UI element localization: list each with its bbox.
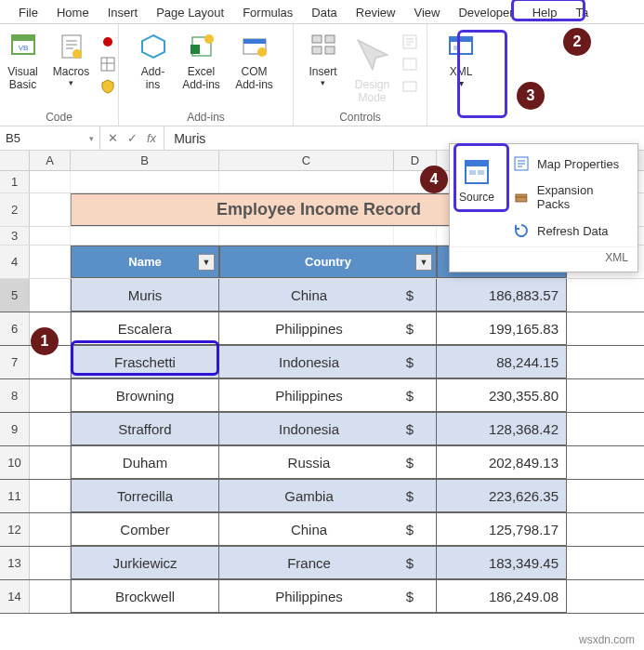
svg-point-5 (103, 37, 112, 46)
addins-button[interactable]: Add- ins (131, 28, 176, 92)
macros-button[interactable]: Macros▾ (49, 28, 94, 88)
cell-name[interactable]: Muris (71, 279, 219, 312)
tab-data[interactable]: Data (302, 2, 346, 23)
row-header[interactable]: 9 (0, 413, 30, 445)
col-a[interactable]: A (30, 151, 71, 170)
cell-income[interactable]: 223,626.35 (437, 480, 567, 512)
relative-ref-button[interactable] (98, 54, 118, 74)
row-header[interactable]: 7 (0, 346, 30, 378)
cell-income[interactable]: 199,165.83 (437, 312, 567, 345)
cancel-icon[interactable]: ✕ (108, 131, 118, 145)
svg-rect-29 (516, 194, 527, 202)
row-header-3[interactable]: 3 (0, 227, 30, 245)
cell-income[interactable]: 125,798.17 (437, 513, 567, 546)
svg-text:VB: VB (18, 44, 28, 52)
xml-button[interactable]: XML ▾ (437, 28, 485, 89)
table-row: 13JurkiewiczFrance$183,349.45 (0, 547, 644, 580)
cell-country-cur[interactable]: Philippines$ (219, 580, 437, 613)
cell-name[interactable]: Strafford (71, 413, 219, 445)
select-all-corner[interactable] (0, 151, 30, 170)
macro-security-button[interactable] (98, 76, 118, 97)
row-header-2[interactable]: 2 (0, 193, 30, 226)
cell-income[interactable]: 186,883.57 (437, 279, 567, 312)
cell-income[interactable]: 230,355.80 (437, 379, 567, 412)
cell-name[interactable]: Comber (71, 513, 219, 546)
row-header[interactable]: 11 (0, 480, 30, 512)
col-b[interactable]: B (71, 151, 219, 170)
cell-country-cur[interactable]: France$ (219, 547, 437, 579)
name-box[interactable]: B5▾ (0, 126, 100, 150)
svg-rect-23 (453, 46, 459, 50)
header-country[interactable]: Country ▼ (219, 245, 437, 278)
row-header[interactable]: 8 (0, 379, 30, 412)
row-header[interactable]: 6 (0, 312, 30, 345)
map-properties-item[interactable]: Map Properties (507, 152, 634, 176)
cell-name[interactable]: Duham (71, 446, 219, 479)
row-header[interactable]: 10 (0, 446, 30, 479)
insert-control-button[interactable]: Insert▾ (301, 28, 346, 88)
design-mode-icon (349, 32, 396, 78)
tab-overflow[interactable]: Ta (566, 2, 598, 23)
row-header[interactable]: 5 (0, 279, 30, 312)
tab-formulas[interactable]: Formulas (233, 2, 302, 23)
dialog-icon (401, 78, 418, 95)
cell-name[interactable]: Browning (71, 379, 219, 412)
xml-source-button[interactable]: Source (454, 153, 499, 204)
cell-country-cur[interactable]: Indonesia$ (219, 413, 437, 445)
cell-country-cur[interactable]: China$ (219, 513, 437, 546)
cell-name[interactable]: Torrecilla (71, 480, 219, 512)
design-mode-button[interactable]: Design Mode (349, 28, 396, 104)
row-header[interactable]: 12 (0, 513, 30, 546)
tab-help[interactable]: Help (523, 2, 567, 23)
excel-addins-button[interactable]: Excel Add-ins (179, 28, 224, 92)
cell-income[interactable]: 183,349.45 (437, 547, 567, 579)
cell-country-cur[interactable]: Gambia$ (219, 480, 437, 512)
expansion-packs-item[interactable]: Expansion Packs (507, 179, 634, 215)
tab-review[interactable]: Review (347, 2, 405, 23)
view-code-button[interactable] (400, 54, 420, 74)
svg-point-13 (257, 47, 267, 57)
col-c[interactable]: C (219, 151, 394, 170)
cell-country-cur[interactable]: Indonesia$ (219, 346, 437, 378)
com-addins-icon (240, 32, 269, 61)
tab-insert[interactable]: Insert (99, 2, 148, 23)
cell-name[interactable]: Escalera (71, 312, 219, 345)
visual-basic-button[interactable]: VB Visual Basic (1, 28, 46, 92)
svg-rect-6 (101, 58, 114, 71)
cell-country-cur[interactable]: Russia$ (219, 446, 437, 479)
tab-page-layout[interactable]: Page Layout (147, 2, 233, 23)
row-header[interactable]: 13 (0, 547, 30, 579)
cell-country-cur[interactable]: China$ (219, 279, 437, 312)
row-header-1[interactable]: 1 (0, 171, 30, 192)
cell-country-cur[interactable]: Philippines$ (219, 312, 437, 345)
cell-income[interactable]: 128,368.42 (437, 413, 567, 445)
run-dialog-button[interactable] (400, 76, 420, 97)
properties-button[interactable] (400, 32, 420, 52)
cell-income[interactable]: 202,849.13 (437, 446, 567, 479)
filter-country-icon[interactable]: ▼ (415, 254, 432, 271)
tab-file[interactable]: File (9, 2, 47, 23)
cell-name[interactable]: Fraschetti (71, 346, 219, 378)
com-addins-button[interactable]: COM Add-ins (228, 28, 282, 92)
tab-developer[interactable]: Developer (449, 2, 522, 23)
enter-icon[interactable]: ✓ (127, 131, 138, 145)
filter-name-icon[interactable]: ▼ (198, 254, 215, 271)
table-row: 9StraffordIndonesia$128,368.42 (0, 413, 644, 446)
svg-rect-25 (466, 161, 488, 166)
header-name[interactable]: Name ▼ (71, 245, 219, 278)
row-header-4[interactable]: 4 (0, 245, 30, 278)
row-header[interactable]: 14 (0, 580, 30, 613)
cell-income[interactable]: 186,249.08 (437, 580, 567, 613)
cell-name[interactable]: Brockwell (71, 580, 219, 613)
tab-home[interactable]: Home (47, 2, 99, 23)
svg-rect-1 (12, 35, 34, 41)
tab-view[interactable]: View (404, 2, 449, 23)
fx-icon[interactable]: fx (147, 131, 156, 145)
refresh-data-item[interactable]: Refresh Data (507, 219, 634, 243)
group-label-addins: Add-ins (187, 111, 225, 124)
record-macro-button[interactable] (98, 32, 118, 52)
cell-country-cur[interactable]: Philippines$ (219, 379, 437, 412)
ribbon-tabs: File Home Insert Page Layout Formulas Da… (0, 0, 644, 24)
cell-name[interactable]: Jurkiewicz (71, 547, 219, 579)
cell-income[interactable]: 88,244.15 (437, 346, 567, 378)
